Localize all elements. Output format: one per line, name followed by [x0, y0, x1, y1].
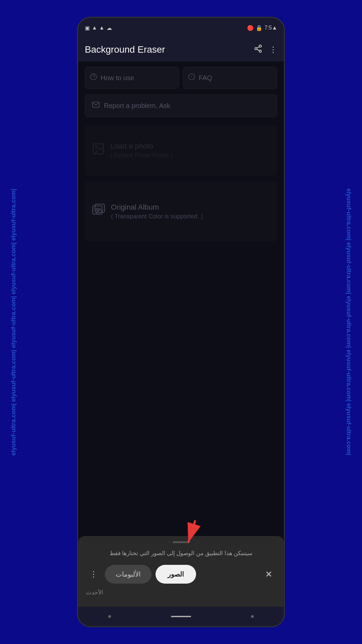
lock-icon: 🔒 — [256, 25, 262, 31]
app-bar-actions: ⋮ — [254, 44, 277, 55]
nav-recent-button[interactable] — [108, 615, 111, 618]
sheet-menu-icon[interactable]: ⋮ — [86, 566, 101, 582]
status-right-info: 🔴 🔒 7:5▲ — [247, 25, 277, 31]
notification-icon: 🔴 — [247, 25, 254, 31]
sheet-footer: الأحدث — [86, 589, 276, 596]
sheet-close-button[interactable]: ✕ — [262, 566, 276, 583]
app-bar: Background Eraser ⋮ — [78, 38, 284, 61]
share-button[interactable] — [254, 44, 262, 55]
watermark-left: elyusuf-ultra.com| elyusuf-ultra.com| el… — [0, 0, 27, 644]
battery-icon: ▣ — [85, 25, 90, 31]
status-bar: ▣ ▲ ▲ ☁ 🔴 🔒 7:5▲ — [78, 18, 284, 38]
svg-line-4 — [257, 47, 259, 48]
more-menu-button[interactable]: ⋮ — [269, 45, 277, 54]
albums-button[interactable]: الألبومات — [105, 565, 152, 584]
nav-bar — [78, 606, 284, 626]
sheet-button-row: ⋮ الألبومات الصور ✕ — [86, 565, 276, 584]
svg-point-0 — [259, 45, 261, 47]
watermark-right: elyusuf-ultra.com| elyusuf-ultra.com| el… — [335, 0, 362, 644]
time-display: 7:5▲ — [264, 25, 277, 31]
svg-line-16 — [188, 520, 195, 543]
sheet-footer-text: الأحدث — [86, 589, 103, 596]
signal-icon-1: ▲ — [92, 25, 97, 31]
app-title: Background Eraser — [85, 44, 254, 55]
main-content: How to use FAQ R — [78, 61, 284, 606]
signal-icon-2: ▲ — [99, 25, 105, 31]
phone-frame: ▣ ▲ ▲ ☁ 🔴 🔒 7:5▲ Background Eraser — [77, 17, 285, 627]
red-arrow-indicator — [178, 518, 204, 552]
status-left-icons: ▣ ▲ ▲ ☁ — [85, 25, 112, 31]
svg-point-2 — [259, 50, 261, 52]
nav-back-button[interactable] — [251, 615, 254, 618]
svg-point-1 — [255, 48, 257, 50]
svg-line-3 — [257, 49, 259, 51]
photos-button[interactable]: الصور — [156, 565, 196, 584]
nav-home-button[interactable] — [171, 616, 191, 617]
wifi-icon: ☁ — [107, 25, 112, 31]
